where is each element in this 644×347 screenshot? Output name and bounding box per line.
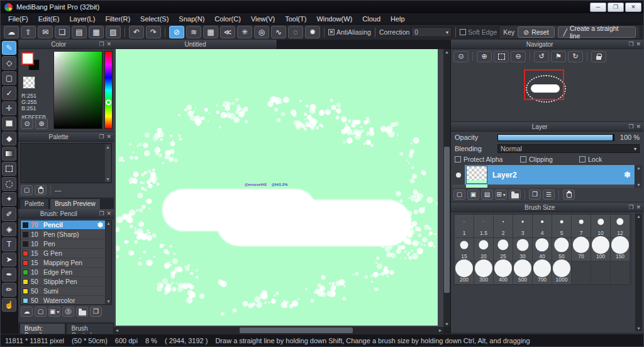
delete-color-button[interactable]	[35, 185, 47, 195]
color-set-button[interactable]: ⊛	[35, 118, 48, 129]
bucket-tool[interactable]: ◆	[2, 132, 16, 145]
brush-tool[interactable]: ✎	[2, 41, 16, 55]
eyedropper-tool[interactable]: ✒	[2, 268, 16, 282]
brush-size-cell[interactable]: 5	[552, 215, 571, 237]
close-icon[interactable]: ✕	[636, 204, 641, 210]
brush-item[interactable]: 15G Pen	[21, 249, 105, 258]
select-eraser-tool[interactable]: ◈	[2, 222, 16, 236]
brush-scrollbar[interactable]: ▲ ▼	[106, 220, 111, 304]
menu-window[interactable]: Window(W)	[311, 14, 357, 24]
brush-size-cell[interactable]: 500	[513, 261, 532, 284]
tab-brush[interactable]: Brush: Pencil	[19, 323, 65, 334]
lock-checkbox[interactable]	[579, 156, 586, 162]
brush-size-cell[interactable]: 100	[591, 238, 610, 261]
export-button[interactable]: ⇧	[21, 26, 36, 38]
vertical-scrollbar[interactable]: ▲ ▼	[443, 49, 450, 327]
brush-size-cell[interactable]: 30	[513, 238, 532, 261]
hue-slider[interactable]	[104, 51, 113, 129]
eraser-tool[interactable]: ◇	[2, 56, 16, 70]
brush-folder-button[interactable]	[76, 307, 88, 317]
brush-size-cell[interactable]: 200	[455, 261, 474, 284]
snap-off-button[interactable]: ⊘	[169, 26, 184, 38]
brush-size-cell[interactable]: 300	[474, 261, 493, 284]
tab-brush-control[interactable]: Brush Control	[66, 323, 114, 334]
comment-button[interactable]: ❏	[55, 26, 70, 38]
brush-size-cell[interactable]: 2	[494, 215, 513, 237]
brush-item[interactable]: 10Pen	[21, 239, 105, 249]
document-button[interactable]: ▤	[72, 26, 87, 38]
zoom-in-button[interactable]: ⊕	[477, 51, 492, 62]
brush-item[interactable]: 10Pen (Sharp)	[21, 230, 105, 239]
duplicate-brush-button[interactable]: ❐	[90, 307, 102, 317]
popout-icon[interactable]: ❐	[628, 204, 633, 210]
brush-item[interactable]: 50Stipple Pen	[21, 277, 105, 287]
snap-vanishing-point-button[interactable]: ≪	[220, 26, 235, 38]
fit-screen-button[interactable]	[494, 51, 509, 62]
brush-size-cell[interactable]: 1	[455, 215, 474, 237]
brush-size-cell[interactable]: 12	[611, 215, 630, 237]
foreground-color-swatch[interactable]	[21, 52, 34, 65]
brush-size-cell[interactable]: 4	[533, 215, 552, 237]
rotate-left-button[interactable]: ↺	[534, 51, 549, 62]
add-color-button[interactable]: ▢	[21, 185, 33, 195]
popout-icon[interactable]: ❐	[99, 41, 104, 47]
menu-select[interactable]: Select(S)	[135, 14, 174, 24]
transparent-color-swatch[interactable]	[23, 76, 35, 89]
palette-scrollbar[interactable]: ▲ ▼	[105, 144, 111, 182]
brush-item[interactable]: 10Edge Pen	[21, 268, 105, 277]
menu-edit[interactable]: Edit(E)	[33, 14, 65, 24]
correction-select[interactable]: 0 ▾	[411, 27, 452, 37]
material-button[interactable]: ▧	[106, 26, 121, 38]
duplicate-layer-button[interactable]: ❐	[529, 190, 541, 200]
close-icon[interactable]: ✕	[106, 134, 111, 140]
popout-icon[interactable]: ❐	[628, 123, 633, 130]
drawing-canvas[interactable]	[116, 49, 438, 326]
menu-help[interactable]: Help	[386, 14, 410, 24]
zoom-100-button[interactable]: ⊙	[453, 51, 469, 62]
zoom-out-button[interactable]: ⊖	[511, 51, 526, 62]
fill-tool[interactable]	[2, 117, 16, 130]
menu-color[interactable]: Color(C)	[209, 14, 246, 24]
shape-tool[interactable]: ▢	[2, 71, 16, 85]
snap-radial-button[interactable]: ✹	[305, 26, 320, 38]
brush-cloud-button[interactable]: ☁	[21, 307, 33, 317]
gear-icon[interactable]: ✽	[97, 221, 103, 229]
palette-list[interactable]: ▲ ▼	[20, 143, 112, 183]
saturation-value-picker[interactable]	[53, 51, 103, 129]
opacity-slider[interactable]	[497, 134, 614, 141]
cloud-button[interactable]: ☁	[4, 26, 19, 38]
close-icon[interactable]: ✕	[106, 210, 111, 217]
snap-cross-button[interactable]: ✳	[237, 26, 252, 38]
brush-size-cell[interactable]: 700	[533, 261, 552, 284]
popout-icon[interactable]: ❐	[628, 41, 633, 47]
close-button[interactable]: ✕	[625, 3, 641, 12]
blending-select[interactable]: Normal ▾	[497, 144, 640, 153]
brush-size-cell[interactable]: 150	[611, 238, 630, 261]
color-wheel-button[interactable]: ⊙	[21, 118, 33, 129]
select-pen-tool[interactable]: ✐	[2, 207, 16, 221]
layer-row-partial[interactable]	[452, 185, 635, 188]
rotate-right-button[interactable]: ↻	[568, 51, 583, 62]
magic-wand-tool[interactable]: ✦	[2, 192, 16, 206]
text-tool[interactable]: T	[2, 237, 16, 251]
brush-size-cell[interactable]: 70	[572, 238, 591, 261]
snap-grid-button[interactable]: ▦	[203, 26, 218, 38]
undo-button[interactable]: ↶	[129, 26, 144, 38]
move-tool[interactable]: ✛	[2, 101, 16, 115]
delete-layer-button[interactable]	[563, 190, 575, 200]
restore-button[interactable]: ❐	[608, 3, 624, 12]
soft-edge-checkbox[interactable]	[460, 29, 466, 35]
close-icon[interactable]: ✕	[636, 123, 641, 130]
navigator-viewport-rect[interactable]	[524, 69, 564, 100]
snap-concentric-button[interactable]: ◎	[254, 26, 269, 38]
brush-size-cell[interactable]: 50	[552, 238, 571, 261]
navigator-preview[interactable]	[451, 64, 643, 121]
brush-size-cell[interactable]: 10	[591, 215, 610, 237]
horizontal-scrollbar[interactable]: ◄ ►	[114, 327, 443, 334]
sv-cursor[interactable]	[55, 52, 59, 57]
brush-size-cell[interactable]: 20	[474, 238, 493, 261]
lock-button[interactable]	[591, 51, 606, 62]
merge-layer-button[interactable]: ☰	[543, 190, 555, 200]
brush-item[interactable]: 70Pencil✽	[21, 220, 105, 230]
menu-tool[interactable]: Tool(T)	[280, 14, 311, 24]
